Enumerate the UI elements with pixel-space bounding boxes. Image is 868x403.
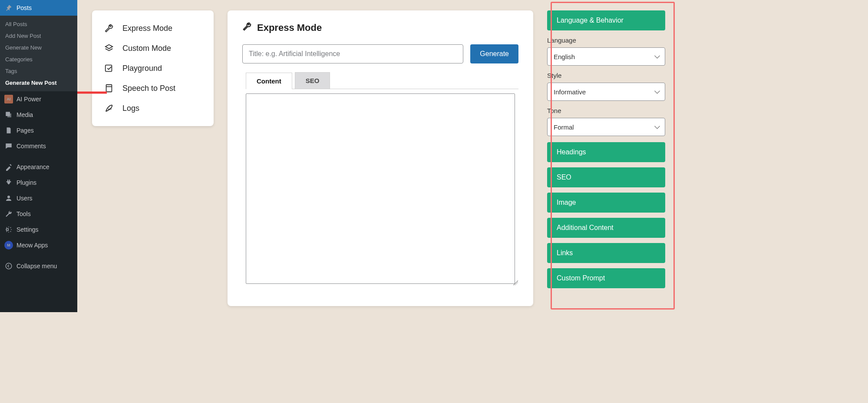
app-root: Posts All Posts Add New Post Generate Ne… [0,0,676,312]
mode-playground[interactable]: Playground [96,58,209,78]
mode-label: Playground [122,64,162,73]
collapse-icon [4,262,13,270]
content-editor[interactable] [246,93,515,284]
panel-links[interactable]: Links [547,243,665,263]
generate-button[interactable]: Generate [470,44,518,63]
select-tone[interactable]: Formal [547,118,665,136]
panel-image[interactable]: Image [547,193,665,213]
pin-icon [4,3,13,12]
settings-column: Language & Behavior Language English Sty… [547,10,668,293]
sidebar-item-settings[interactable]: Settings [0,222,77,237]
plugins-icon [4,178,13,187]
select-style-wrap: Informative [547,83,665,101]
select-tone-wrap: Formal [547,118,665,136]
panel-seo[interactable]: SEO [547,167,665,187]
sidebar-item-label: Appearance [17,163,50,170]
settings-icon [4,225,13,234]
comments-icon [4,142,13,150]
pages-icon [4,126,13,135]
sidebar-item-label: Settings [17,226,39,233]
panel-headings[interactable]: Headings [547,142,665,162]
sidebar-collapse-menu[interactable]: Collapse menu [0,258,77,274]
sidebar-item-plugins[interactable]: Plugins [0,175,77,190]
mode-logs[interactable]: Logs [96,98,209,118]
wrench-icon [242,22,252,34]
mode-label: Express Mode [122,24,172,33]
sidebar-item-ai-power[interactable]: AI AI Power [0,91,77,107]
users-icon [4,194,13,203]
main-panel: Express Mode Generate Content SEO [228,10,533,306]
mode-express[interactable]: Express Mode [96,18,209,38]
label-language: Language [547,37,665,44]
sidebar-sub-generate-new-post[interactable]: Generate New Post [0,77,77,89]
label-tone: Tone [547,107,665,114]
ai-icon: AI [4,95,13,103]
select-language[interactable]: English [547,47,665,66]
select-language-wrap: English [547,47,665,66]
resize-handle[interactable] [512,279,518,285]
sidebar-item-appearance[interactable]: Appearance [0,159,77,175]
mode-speech--to-post[interactable]: Speech to Post [96,78,209,98]
svg-rect-2 [7,229,9,231]
mode-label: Speech to Post [122,84,175,93]
sidebar-item-posts[interactable]: Posts [0,0,77,16]
sidebar-item-pages[interactable]: Pages [0,123,77,138]
editor-tabs: Content SEO [246,72,518,89]
checkbox-icon [104,63,114,73]
page-icon [104,83,114,93]
layers-icon [104,43,114,53]
sidebar-item-label: Pages [17,127,34,134]
panel-language-behavior[interactable]: Language & Behavior [547,10,665,30]
sidebar-item-label: Users [17,195,33,202]
sidebar-sub-all-posts[interactable]: All Posts [0,18,77,30]
sidebar-item-media[interactable]: Media [0,107,77,123]
meow-icon: M [4,241,13,250]
appearance-icon [4,163,13,171]
label-style: Style [547,72,665,79]
page-title: Express Mode [242,22,518,34]
sidebar-item-label: Posts [17,4,32,11]
feather-icon [104,103,114,113]
panel-custom-prompt[interactable]: Custom Prompt [547,268,665,288]
sidebar-item-label: Meow Apps [17,242,48,249]
sidebar-sub-add-new-post[interactable]: Add New Post [0,30,77,42]
svg-rect-5 [106,65,112,72]
wp-admin-sidebar: Posts All Posts Add New Post Generate Ne… [0,0,77,312]
sidebar-item-label: AI Power [17,96,41,103]
sidebar-sub-categories[interactable]: Categories [0,53,77,65]
sidebar-sub-generate-new[interactable]: Generate New [0,42,77,53]
mode-picker-card: Express Mode Custom Mode Playground Spee… [92,10,214,126]
title-row: Generate [242,44,518,63]
sidebar-item-label: Collapse menu [17,263,57,270]
svg-point-3 [6,263,12,269]
tab-content[interactable]: Content [246,73,292,89]
title-input[interactable] [242,44,463,63]
workarea: Express Mode Custom Mode Playground Spee… [77,0,676,312]
sidebar-item-label: Plugins [17,179,36,186]
sidebar-item-comments[interactable]: Comments [0,138,77,154]
tab-seo[interactable]: SEO [295,72,330,89]
tools-icon [4,210,13,218]
sidebar-submenu-posts: All Posts Add New Post Generate New Cate… [0,16,77,91]
panel-additional-content[interactable]: Additional Content [547,218,665,238]
sidebar-item-tools[interactable]: Tools [0,206,77,222]
mode-label: Logs [122,104,139,113]
page-title-text: Express Mode [257,22,322,33]
svg-rect-6 [106,85,112,92]
wrench-icon [104,23,114,33]
sidebar-sub-tags[interactable]: Tags [0,65,77,77]
sidebar-item-meow-apps[interactable]: M Meow Apps [0,237,77,253]
mode-custom[interactable]: Custom Mode [96,38,209,58]
sidebar-item-label: Media [17,111,33,118]
sidebar-item-users[interactable]: Users [0,190,77,206]
svg-point-1 [7,196,10,198]
mode-label: Custom Mode [122,44,171,53]
svg-rect-0 [6,112,10,116]
sidebar-item-label: Comments [17,143,46,150]
select-style[interactable]: Informative [547,83,665,101]
sidebar-item-label: Tools [17,210,31,217]
media-icon [4,110,13,119]
